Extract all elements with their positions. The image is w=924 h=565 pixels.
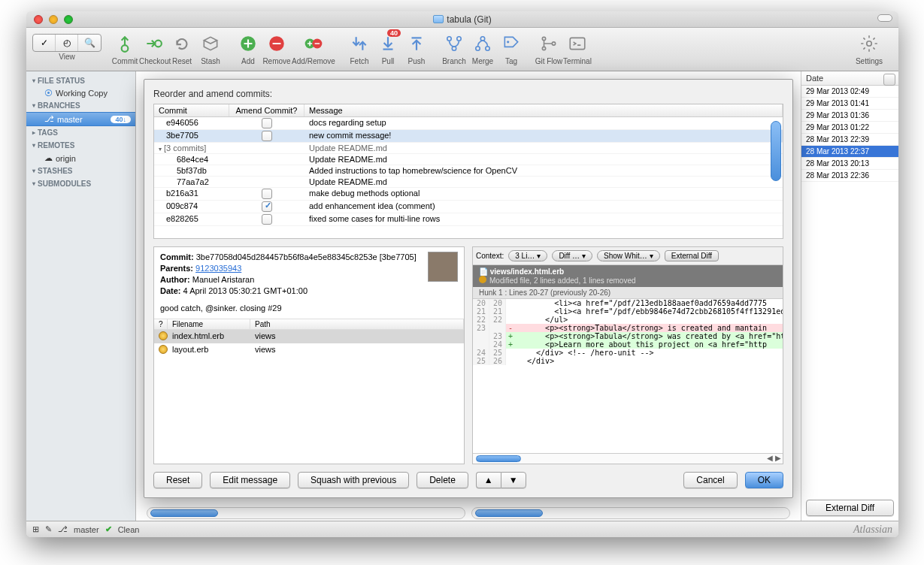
context-popup[interactable]: 3 Li…▾ [508, 250, 547, 261]
titlebar-pill-icon[interactable] [877, 14, 892, 22]
reset-button[interactable]: Reset [153, 472, 202, 488]
checkout-label: Checkout [139, 57, 168, 65]
commit-row[interactable]: 77aa7a2Update README.md [154, 177, 783, 188]
gitflow-button[interactable] [535, 31, 563, 56]
ok-button[interactable]: OK [745, 472, 783, 488]
delete-button[interactable]: Delete [417, 472, 468, 488]
col-status[interactable]: ? [154, 319, 168, 329]
tag-button[interactable] [497, 31, 526, 56]
sidebar-section-tags[interactable]: TAGS [26, 126, 135, 139]
sidebar-item-origin[interactable]: ☁origin [26, 152, 135, 165]
settings-button[interactable] [855, 31, 883, 56]
close-icon[interactable] [34, 15, 43, 24]
addremove-label: Add/Remove [291, 57, 336, 65]
branch-icon: ⎇ [44, 114, 54, 124]
whitespace-popup[interactable]: Show Whit…▾ [597, 250, 660, 261]
view-check-icon[interactable]: ✓ [33, 35, 56, 51]
terminal-label: Terminal [563, 57, 592, 65]
date-row[interactable]: 28 Mar 2013 22:36 [801, 170, 898, 182]
external-diff-button[interactable]: External Diff [665, 250, 719, 261]
commit-row[interactable]: e828265fixed some cases for multi-line r… [154, 213, 783, 226]
merge-button[interactable] [468, 31, 497, 56]
col-filename[interactable]: Filename [168, 319, 250, 329]
commit-row[interactable]: ▾ [3 commits]Update README.md [154, 143, 783, 154]
sidebar-section-remotes[interactable]: REMOTES [26, 139, 135, 152]
sidebar-item-master[interactable]: ⎇ master 40↓ [26, 112, 135, 126]
fetch-button[interactable] [345, 31, 374, 56]
date-row[interactable]: 28 Mar 2013 22:37 [801, 146, 898, 158]
sidebar-section-stashes[interactable]: STASHES [26, 165, 135, 177]
add-remove-button[interactable] [291, 31, 336, 56]
squash-button[interactable]: Squash with previous [298, 472, 409, 488]
stash-button[interactable] [196, 31, 225, 56]
commit-button[interactable] [111, 31, 139, 56]
commit-row[interactable]: e946056docs regarding setup [154, 117, 783, 130]
diff-popup[interactable]: Diff …▾ [552, 250, 592, 261]
amend-checkbox[interactable] [262, 201, 272, 212]
checkout-button[interactable] [139, 31, 168, 56]
edit-icon[interactable]: ✎ [45, 524, 52, 534]
amend-checkbox[interactable] [262, 118, 272, 128]
sidebar-section-branches[interactable]: BRANCHES [26, 99, 135, 112]
date-row[interactable]: 28 Mar 2013 22:39 [801, 134, 898, 146]
push-button[interactable] [402, 31, 431, 56]
file-icon: 📄 [479, 267, 488, 276]
diff-line: 23- <p><strong>Tabula</strong> is create… [473, 324, 783, 332]
v-scrollbar[interactable] [771, 121, 781, 181]
branch-button[interactable] [440, 31, 468, 56]
col-path[interactable]: Path [250, 319, 464, 329]
date-column-header[interactable]: Date [801, 71, 898, 86]
parent-link[interactable]: 9123035943 [195, 264, 241, 273]
h-scrollbar[interactable] [471, 507, 790, 519]
view-search-icon[interactable]: 🔍 [78, 35, 101, 51]
status-clean: Clean [118, 525, 140, 534]
date-row[interactable]: 29 Mar 2013 01:36 [801, 110, 898, 122]
commit-row[interactable]: b216a31make debug methods optional [154, 188, 783, 201]
commit-row[interactable]: 68e4ce4Update README.md [154, 154, 783, 165]
diff-h-scrollbar[interactable]: ◀ ▶ [473, 453, 783, 464]
add-button[interactable] [234, 31, 262, 56]
h-scrollbar[interactable] [147, 507, 465, 519]
sidebar-item-working-copy[interactable]: ⦿Working Copy [26, 87, 135, 99]
move-up-button[interactable]: ▲ [476, 472, 501, 488]
cancel-button[interactable]: Cancel [683, 472, 737, 488]
amend-checkbox[interactable] [262, 214, 272, 225]
amend-checkbox[interactable] [262, 131, 272, 141]
amend-checkbox[interactable] [262, 189, 272, 199]
file-row[interactable]: index.html.erbviews [154, 330, 464, 343]
move-down-button[interactable]: ▼ [501, 472, 526, 488]
modified-dot-icon [479, 276, 486, 283]
sidebar: FILE STATUS ⦿Working Copy BRANCHES ⎇ mas… [26, 71, 136, 521]
edit-message-button[interactable]: Edit message [210, 472, 290, 488]
date-row[interactable]: 29 Mar 2013 02:49 [801, 86, 898, 98]
col-commit[interactable]: Commit [154, 104, 229, 116]
commit-row[interactable]: 3be7705new commit message! [154, 130, 783, 143]
reset-button[interactable] [168, 31, 196, 56]
diff-file-path: views/index.html.erb [490, 267, 564, 276]
col-amend[interactable]: Amend Commit? [229, 104, 304, 116]
layout-toggle-icon[interactable]: ⊞ [32, 524, 39, 534]
commit-row[interactable]: 009c874add enhancement idea (comment) [154, 201, 783, 213]
terminal-button[interactable] [563, 31, 592, 56]
remove-button[interactable] [262, 31, 291, 56]
col-message[interactable]: Message [304, 104, 783, 116]
zoom-icon[interactable] [64, 15, 73, 24]
commit-row[interactable]: 5bf37dbAdded instructions to tap homebre… [154, 165, 783, 177]
date-row[interactable]: 29 Mar 2013 01:22 [801, 122, 898, 134]
svg-rect-7 [412, 37, 422, 38]
view-segmented[interactable]: ✓ ◴ 🔍 [32, 34, 101, 52]
file-row[interactable]: layout.erbviews [154, 343, 464, 357]
minimize-icon[interactable] [49, 15, 58, 24]
svg-point-12 [486, 47, 489, 50]
author-avatar [428, 252, 458, 282]
view-clock-icon[interactable]: ◴ [56, 35, 78, 51]
external-diff-button-right[interactable]: External Diff [806, 500, 894, 516]
date-row[interactable]: 29 Mar 2013 01:41 [801, 98, 898, 110]
sidebar-section-file-status[interactable]: FILE STATUS [26, 74, 135, 87]
diff-line: 24+ <p>Learn more about this project on … [473, 340, 783, 349]
view-label: View [59, 53, 75, 61]
date-row[interactable]: 28 Mar 2013 20:13 [801, 158, 898, 170]
sidebar-section-submodules[interactable]: SUBMODULES [26, 177, 135, 190]
diff-line: 2526 </div> [473, 357, 783, 365]
pull-button[interactable]: 40 [374, 31, 402, 56]
